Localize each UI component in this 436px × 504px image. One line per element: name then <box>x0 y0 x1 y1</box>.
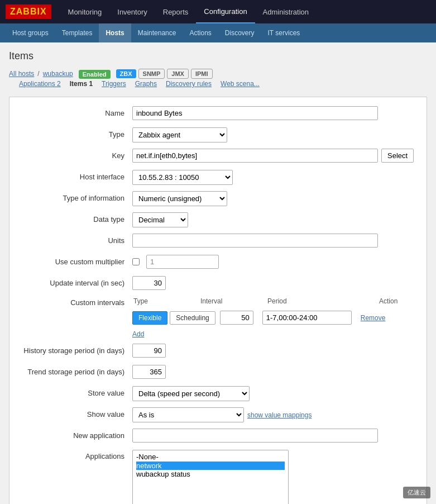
type-select[interactable]: Zabbix agent Zabbix agent (active) Simpl… <box>132 127 227 142</box>
trend-input[interactable] <box>132 365 166 379</box>
badge-jmx[interactable]: JMX <box>167 69 189 79</box>
interval-number-input[interactable] <box>220 311 253 325</box>
breadcrumb-host[interactable]: wubackup <box>43 70 73 78</box>
nav-monitoring[interactable]: Monitoring <box>60 0 110 23</box>
new-application-input[interactable] <box>132 429 378 443</box>
app-option-none[interactable]: -None- <box>136 453 285 462</box>
app-option-wubackup[interactable]: wubackup status <box>136 470 285 479</box>
store-value-select[interactable]: As is Delta (speed per second) Delta (si… <box>132 386 250 401</box>
tab-graphs[interactable]: Graphs <box>131 80 161 88</box>
form-row-show-value: Show value As is show value mappings <box>21 407 415 423</box>
subnav-host-groups[interactable]: Host groups <box>6 23 55 42</box>
subnav-actions[interactable]: Actions <box>183 23 218 42</box>
form-row-key: Key Select <box>21 149 415 164</box>
form-row-update-interval: Update interval (in sec) <box>21 276 415 292</box>
nav-administration[interactable]: Administration <box>255 0 317 23</box>
name-input[interactable] <box>132 106 378 120</box>
interval-remove-link[interactable]: Remove <box>361 314 386 322</box>
label-host-interface: Host interface <box>21 170 132 181</box>
host-interface-select[interactable]: 10.55.2.83 : 10050 <box>132 170 233 185</box>
badge-zbx[interactable]: ZBX <box>116 69 136 78</box>
tab-triggers[interactable]: Triggers <box>97 80 131 88</box>
btn-flexible[interactable]: Flexible <box>132 311 167 325</box>
nav-reports[interactable]: Reports <box>155 0 197 23</box>
history-input[interactable] <box>132 344 166 358</box>
control-trend <box>132 365 415 379</box>
key-select-button[interactable]: Select <box>381 149 414 163</box>
control-custom-intervals: Type Interval Period Action Flexible Sch… <box>132 297 424 338</box>
logo: ZABBIX <box>6 4 51 19</box>
breadcrumb: All hosts / wubackup Enabled ZBX SNMP JM… <box>9 69 427 88</box>
type-of-info-select[interactable]: Numeric (unsigned) Numeric (float) Chara… <box>132 191 227 206</box>
badge-ipmi[interactable]: IPMI <box>191 69 213 79</box>
control-type: Zabbix agent Zabbix agent (active) Simpl… <box>132 127 415 142</box>
breadcrumb-sep1: / <box>37 70 39 78</box>
units-input[interactable] <box>132 234 378 248</box>
multiplier-value-input[interactable] <box>146 255 219 269</box>
label-custom-multiplier: Use custom multiplier <box>21 255 132 266</box>
label-name: Name <box>21 106 132 117</box>
label-key: Key <box>21 149 132 160</box>
label-new-application: New application <box>21 429 132 440</box>
data-type-select[interactable]: Decimal Octal Hexadecimal Boolean <box>132 212 188 227</box>
control-custom-multiplier <box>132 255 415 269</box>
col-header-type: Type <box>133 297 200 305</box>
protocol-badges: ZBX SNMP JMX IPMI <box>116 69 213 79</box>
subnav-templates[interactable]: Templates <box>55 23 99 42</box>
label-applications: Applications <box>21 450 132 460</box>
applications-listbox[interactable]: -None- network wubackup status <box>132 450 289 504</box>
sub-navigation: Host groups Templates Hosts Maintenance … <box>0 23 436 42</box>
form-row-type: Type Zabbix agent Zabbix agent (active) … <box>21 127 415 143</box>
control-show-value: As is show value mappings <box>132 407 415 422</box>
page-content: Items All hosts / wubackup Enabled ZBX S… <box>0 42 436 504</box>
form-row-type-of-info: Type of information Numeric (unsigned) N… <box>21 191 415 207</box>
control-data-type: Decimal Octal Hexadecimal Boolean <box>132 212 415 227</box>
badge-snmp[interactable]: SNMP <box>138 69 165 79</box>
tab-applications[interactable]: Applications 2 <box>15 80 65 88</box>
label-show-value: Show value <box>21 407 132 419</box>
nav-configuration[interactable]: Configuration <box>196 0 255 23</box>
show-value-select[interactable]: As is <box>132 407 244 422</box>
badge-enabled[interactable]: Enabled <box>79 70 111 79</box>
intervals-header: Type Interval Period Action <box>132 297 424 305</box>
subnav-maintenance[interactable]: Maintenance <box>131 23 183 42</box>
subnav-discovery[interactable]: Discovery <box>218 23 261 42</box>
label-type: Type <box>21 127 132 139</box>
form-row-host-interface: Host interface 10.55.2.83 : 10050 <box>21 170 415 186</box>
form-row-data-type: Data type Decimal Octal Hexadecimal Bool… <box>21 212 415 228</box>
subnav-it-services[interactable]: IT services <box>261 23 307 42</box>
app-option-network[interactable]: network <box>136 462 285 470</box>
form-row-history: History storage period (in days) <box>21 344 415 359</box>
tab-items[interactable]: Items 1 <box>65 80 97 88</box>
label-units: Units <box>21 234 132 245</box>
watermark: 亿速云 <box>403 487 430 498</box>
nav-inventory[interactable]: Inventory <box>109 0 155 23</box>
form-row-store-value: Store value As is Delta (speed per secon… <box>21 386 415 402</box>
control-history <box>132 344 415 358</box>
tab-discovery-rules[interactable]: Discovery rules <box>161 80 216 88</box>
custom-multiplier-checkbox[interactable] <box>132 258 140 265</box>
interval-add-link[interactable]: Add <box>132 330 144 338</box>
control-name <box>132 106 415 120</box>
update-interval-input[interactable] <box>132 276 166 290</box>
form-row-name: Name <box>21 106 415 122</box>
interval-row-1: Flexible Scheduling Remove <box>132 311 385 325</box>
subnav-hosts[interactable]: Hosts <box>99 23 131 42</box>
col-header-interval: Interval <box>200 297 267 305</box>
label-data-type: Data type <box>21 212 132 224</box>
show-value-mappings-link[interactable]: show value mappings <box>247 411 312 419</box>
control-key: Select <box>132 149 415 163</box>
col-header-action: Action <box>379 297 424 305</box>
form-row-units: Units <box>21 234 415 249</box>
tab-web-scenarios[interactable]: Web scena... <box>216 80 264 88</box>
form-row-trend: Trend storage period (in days) <box>21 365 415 381</box>
btn-scheduling[interactable]: Scheduling <box>170 311 215 325</box>
control-update-interval <box>132 276 415 290</box>
control-type-of-info: Numeric (unsigned) Numeric (float) Chara… <box>132 191 415 206</box>
interval-period-input[interactable] <box>262 311 352 325</box>
key-input[interactable] <box>132 149 378 163</box>
control-new-application <box>132 429 415 443</box>
breadcrumb-all-hosts[interactable]: All hosts <box>9 70 34 78</box>
label-store-value: Store value <box>21 386 132 397</box>
label-trend: Trend storage period (in days) <box>21 365 132 376</box>
